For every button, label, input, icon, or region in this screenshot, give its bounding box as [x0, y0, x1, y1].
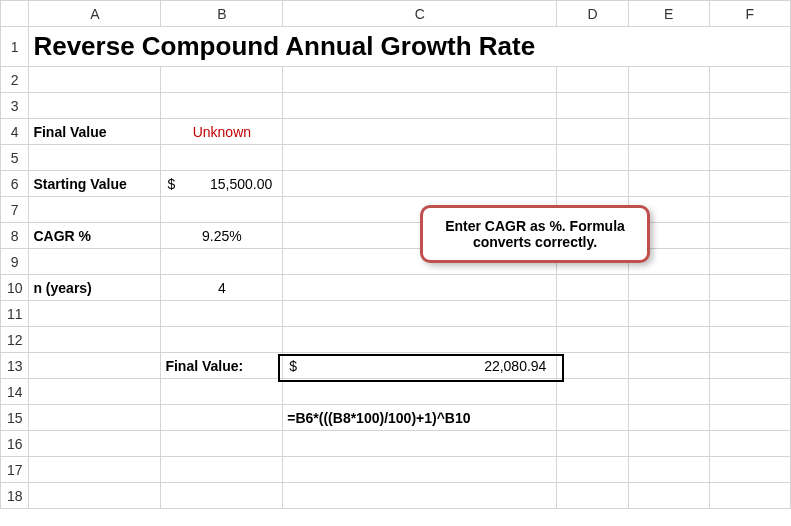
cell-E5[interactable] [628, 145, 709, 171]
col-header-E[interactable]: E [628, 1, 709, 27]
cell-B5[interactable] [161, 145, 283, 171]
col-header-F[interactable]: F [709, 1, 790, 27]
cell-D5[interactable] [557, 145, 628, 171]
cell-F5[interactable] [709, 145, 790, 171]
cell-D17[interactable] [557, 457, 628, 483]
cell-F9[interactable] [709, 249, 790, 275]
col-header-A[interactable]: A [29, 1, 161, 27]
cell-E11[interactable] [628, 301, 709, 327]
cell-F10[interactable] [709, 275, 790, 301]
row-header-6[interactable]: 6 [1, 171, 29, 197]
cell-F7[interactable] [709, 197, 790, 223]
row-header-17[interactable]: 17 [1, 457, 29, 483]
cell-A15[interactable] [29, 405, 161, 431]
cell-D10[interactable] [557, 275, 628, 301]
cell-D2[interactable] [557, 67, 628, 93]
callout-note[interactable]: Enter CAGR as %. Formula converts correc… [420, 205, 650, 263]
cell-D15[interactable] [557, 405, 628, 431]
cell-F11[interactable] [709, 301, 790, 327]
cell-A5[interactable] [29, 145, 161, 171]
row-header-5[interactable]: 5 [1, 145, 29, 171]
cell-E16[interactable] [628, 431, 709, 457]
cell-E4[interactable] [628, 119, 709, 145]
cell-D3[interactable] [557, 93, 628, 119]
cell-D6[interactable] [557, 171, 628, 197]
cell-C12[interactable] [283, 327, 557, 353]
row-header-15[interactable]: 15 [1, 405, 29, 431]
cell-A12[interactable] [29, 327, 161, 353]
cell-F16[interactable] [709, 431, 790, 457]
cell-A13[interactable] [29, 353, 161, 379]
cell-E18[interactable] [628, 483, 709, 509]
cell-F17[interactable] [709, 457, 790, 483]
cell-E2[interactable] [628, 67, 709, 93]
col-header-D[interactable]: D [557, 1, 628, 27]
cell-F8[interactable] [709, 223, 790, 249]
cell-n-years-label[interactable]: n (years) [29, 275, 161, 301]
cell-D4[interactable] [557, 119, 628, 145]
row-header-11[interactable]: 11 [1, 301, 29, 327]
row-header-2[interactable]: 2 [1, 67, 29, 93]
row-header-4[interactable]: 4 [1, 119, 29, 145]
cell-D13[interactable] [557, 353, 628, 379]
cell-final-value-result[interactable]: $ 22,080.94 [283, 353, 557, 379]
cell-B3[interactable] [161, 93, 283, 119]
cell-A17[interactable] [29, 457, 161, 483]
row-header-13[interactable]: 13 [1, 353, 29, 379]
cell-D12[interactable] [557, 327, 628, 353]
cell-C11[interactable] [283, 301, 557, 327]
cell-A7[interactable] [29, 197, 161, 223]
cell-B15[interactable] [161, 405, 283, 431]
cell-A9[interactable] [29, 249, 161, 275]
cell-A18[interactable] [29, 483, 161, 509]
cell-A14[interactable] [29, 379, 161, 405]
cell-cagr-label[interactable]: CAGR % [29, 223, 161, 249]
worksheet-grid[interactable]: A B C D E F 1 Reverse Compound Annual Gr… [0, 0, 791, 509]
cell-B17[interactable] [161, 457, 283, 483]
cell-A11[interactable] [29, 301, 161, 327]
cell-A16[interactable] [29, 431, 161, 457]
cell-C4[interactable] [283, 119, 557, 145]
row-header-7[interactable]: 7 [1, 197, 29, 223]
cell-C16[interactable] [283, 431, 557, 457]
cell-final-value-label[interactable]: Final Value [29, 119, 161, 145]
cell-B16[interactable] [161, 431, 283, 457]
cell-C18[interactable] [283, 483, 557, 509]
cell-E17[interactable] [628, 457, 709, 483]
cell-D16[interactable] [557, 431, 628, 457]
cell-E13[interactable] [628, 353, 709, 379]
cell-E6[interactable] [628, 171, 709, 197]
cell-B12[interactable] [161, 327, 283, 353]
cell-starting-value[interactable]: $ 15,500.00 [161, 171, 283, 197]
row-header-14[interactable]: 14 [1, 379, 29, 405]
cell-D18[interactable] [557, 483, 628, 509]
cell-final-value-result-label[interactable]: Final Value: [161, 353, 283, 379]
cell-D14[interactable] [557, 379, 628, 405]
cell-B11[interactable] [161, 301, 283, 327]
cell-B7[interactable] [161, 197, 283, 223]
cell-C5[interactable] [283, 145, 557, 171]
cell-C10[interactable] [283, 275, 557, 301]
cell-F13[interactable] [709, 353, 790, 379]
cell-F4[interactable] [709, 119, 790, 145]
cell-C6[interactable] [283, 171, 557, 197]
cell-F12[interactable] [709, 327, 790, 353]
row-header-9[interactable]: 9 [1, 249, 29, 275]
cell-C14[interactable] [283, 379, 557, 405]
cell-B9[interactable] [161, 249, 283, 275]
cell-title[interactable]: Reverse Compound Annual Growth Rate [29, 27, 791, 67]
select-all-corner[interactable] [1, 1, 29, 27]
cell-E15[interactable] [628, 405, 709, 431]
cell-F15[interactable] [709, 405, 790, 431]
cell-A3[interactable] [29, 93, 161, 119]
cell-F3[interactable] [709, 93, 790, 119]
cell-cagr-value[interactable]: 9.25% [161, 223, 283, 249]
cell-D11[interactable] [557, 301, 628, 327]
col-header-B[interactable]: B [161, 1, 283, 27]
cell-F14[interactable] [709, 379, 790, 405]
cell-F18[interactable] [709, 483, 790, 509]
cell-C2[interactable] [283, 67, 557, 93]
cell-F6[interactable] [709, 171, 790, 197]
cell-formula-text[interactable]: =B6*(((B8*100)/100)+1)^B10 [283, 405, 557, 431]
cell-B14[interactable] [161, 379, 283, 405]
